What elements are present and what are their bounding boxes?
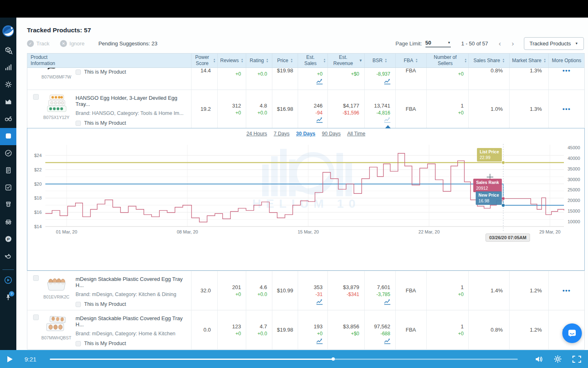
column-header-market_share[interactable]: Market Share▲▼ xyxy=(509,54,548,67)
fba-value: FBA xyxy=(405,327,416,333)
product-image xyxy=(45,314,67,333)
more-value[interactable]: ••• xyxy=(562,106,570,112)
my-product-checkbox[interactable]: This is My Product xyxy=(76,341,191,346)
cell-price: $10.99 xyxy=(272,271,298,310)
play-button[interactable] xyxy=(7,356,13,363)
prev-page-button[interactable]: ‹ xyxy=(499,40,501,47)
sales-mini-chart-button[interactable] xyxy=(316,117,323,125)
column-header-fba[interactable]: FBA▲▼ xyxy=(395,54,426,67)
chart-range-tab-30-days[interactable]: 30 Days xyxy=(296,131,315,137)
chart-range-tab-all-time[interactable]: All Time xyxy=(347,131,365,137)
product-title-link[interactable]: HANSGO Egg Holder, 3-Layer Deviled Egg T… xyxy=(76,95,191,107)
chart-range-tab-90-days[interactable]: 90 Days xyxy=(322,131,341,137)
bsr-mini-chart-button[interactable] xyxy=(383,298,391,307)
power-value: 14.4 xyxy=(200,68,211,74)
sidebar-item-pushpin-icon[interactable]: 7 xyxy=(0,289,16,307)
column-header-rating[interactable]: Rating▲▼ xyxy=(246,54,272,67)
sidebar-item-cube-search-icon[interactable] xyxy=(0,42,16,59)
cell-market_share: 1.3% xyxy=(509,90,548,128)
cell-sales: 353 -31 xyxy=(298,271,327,310)
bsr-mini-chart-button[interactable] xyxy=(383,78,391,86)
row-select-checkbox[interactable] xyxy=(33,314,39,320)
sidebar-item-play-circle-icon[interactable] xyxy=(0,272,16,289)
page-limit-select[interactable]: 50 ▼ xyxy=(425,40,451,47)
svg-text:15000: 15000 xyxy=(568,209,580,213)
column-header-sales[interactable]: Est. Sales▲▼ xyxy=(298,54,327,67)
fullscreen-icon xyxy=(572,355,581,363)
sidebar-item-app-window-icon[interactable] xyxy=(0,128,16,145)
fullscreen-button[interactable] xyxy=(572,355,581,363)
my-product-checkbox[interactable]: This is My Product xyxy=(76,301,191,307)
column-header-price[interactable]: Price▲▼ xyxy=(272,54,298,67)
sidebar-item-document-icon[interactable] xyxy=(0,162,16,180)
sidebar-item-p-badge-icon[interactable]: P xyxy=(0,231,16,248)
column-header-sellers[interactable]: Number of Sellers▲▼ xyxy=(426,54,469,67)
settings-button[interactable] xyxy=(554,355,562,363)
svg-text:HELIUM 10: HELIUM 10 xyxy=(252,197,361,210)
bsr-mini-chart-button[interactable] xyxy=(383,117,391,125)
column-header-power[interactable]: Power Score▲▼ xyxy=(191,54,217,67)
svg-text:22 Mar, 20: 22 Mar, 20 xyxy=(419,229,440,234)
product-title-link[interactable]: mDesign Stackable Plastic Covered Egg Tr… xyxy=(76,276,191,288)
sidebar-item-genie-lamp-icon[interactable] xyxy=(0,248,16,265)
sales-mini-chart-button[interactable] xyxy=(316,78,323,86)
column-header-revenue[interactable]: Est. Revenue▼ xyxy=(327,54,364,67)
revenue-delta: -$341 xyxy=(347,292,359,297)
svg-text:15 Mar, 20: 15 Mar, 20 xyxy=(298,229,319,234)
cell-rating: 4.6 +0.0 xyxy=(246,271,272,310)
column-header-reviews[interactable]: Reviews▲▼ xyxy=(217,54,246,67)
bsr-mini-chart-button[interactable] xyxy=(383,338,391,346)
product-title-link[interactable]: mDesign Stackable Plastic Covered Egg Tr… xyxy=(76,315,191,328)
cell-more: ••• xyxy=(548,90,584,128)
sidebar-item-person-hat-icon[interactable] xyxy=(0,197,16,214)
svg-text:$18: $18 xyxy=(34,195,42,200)
ignore-button[interactable]: ✕ Ignore xyxy=(60,40,85,47)
progress-bar[interactable] xyxy=(50,359,518,360)
price-value: $16.98 xyxy=(277,106,293,112)
revenue-delta: -$1,596 xyxy=(343,110,359,116)
sidebar-item-gear-icon[interactable] xyxy=(0,76,16,94)
column-header-bsr[interactable]: BSR▲▼ xyxy=(364,54,395,67)
check-circle-icon: ✓ xyxy=(27,40,34,47)
row-select-checkbox[interactable] xyxy=(33,94,39,100)
line-chart-icon xyxy=(316,117,323,123)
cell-sales: 246 -94 xyxy=(298,90,327,128)
track-button[interactable]: ✓ Track xyxy=(27,40,49,47)
column-header-sales_share[interactable]: Sales Share▲▼ xyxy=(468,54,509,67)
volume-button[interactable] xyxy=(535,355,543,363)
power-value: 19.2 xyxy=(200,106,211,112)
power-value: 32.0 xyxy=(200,287,211,294)
sales-mini-chart-button[interactable] xyxy=(316,338,323,346)
line-chart-icon xyxy=(383,78,391,85)
sidebar-item-check-square-icon[interactable] xyxy=(0,180,16,197)
sidebar-item-handcuffs-icon[interactable] xyxy=(0,111,16,128)
helium10-logo[interactable] xyxy=(0,20,16,42)
more-value[interactable]: ••• xyxy=(562,68,570,74)
sidebar-item-area-chart-icon[interactable] xyxy=(0,94,16,111)
chart-range-tab-7-days[interactable]: 7 Days xyxy=(274,131,290,137)
sales_share-value: 1.0% xyxy=(491,106,503,112)
page-title: Tracked Products: 57 xyxy=(27,27,91,34)
sidebar-item-signal-bars-icon[interactable] xyxy=(0,59,16,76)
progress-handle[interactable] xyxy=(332,357,335,361)
market_share-value: 1.3% xyxy=(530,68,542,74)
content-area: Tracked Products: 57 ✓ Track ✕ Ignore Pe… xyxy=(16,18,588,350)
column-header-more: More Options xyxy=(548,54,584,67)
my-product-checkbox[interactable]: This is My Product xyxy=(76,69,183,75)
sidebar: P7 xyxy=(0,18,16,350)
more-value[interactable]: ••• xyxy=(562,287,570,294)
sellers-value: 1 xyxy=(461,323,463,330)
sidebar-item-check-circle-icon[interactable] xyxy=(0,145,16,162)
reviews-delta: +0 xyxy=(236,292,241,297)
price-value: $19.98 xyxy=(277,68,293,74)
intercom-chat-button[interactable] xyxy=(562,323,582,343)
product-asin: B07MWHQBST xyxy=(41,335,71,340)
sales-mini-chart-button[interactable] xyxy=(316,298,323,307)
my-product-checkbox[interactable]: This is My Product xyxy=(76,120,191,126)
cell-sellers: 1 +0 xyxy=(426,271,469,310)
row-select-checkbox[interactable] xyxy=(33,275,39,281)
sidebar-item-spy-icon[interactable] xyxy=(0,214,16,231)
view-selector-button[interactable]: Tracked Products ▼ xyxy=(524,37,584,50)
next-page-button[interactable]: › xyxy=(512,40,514,47)
chart-range-tab-24-hours[interactable]: 24 Hours xyxy=(246,131,267,137)
